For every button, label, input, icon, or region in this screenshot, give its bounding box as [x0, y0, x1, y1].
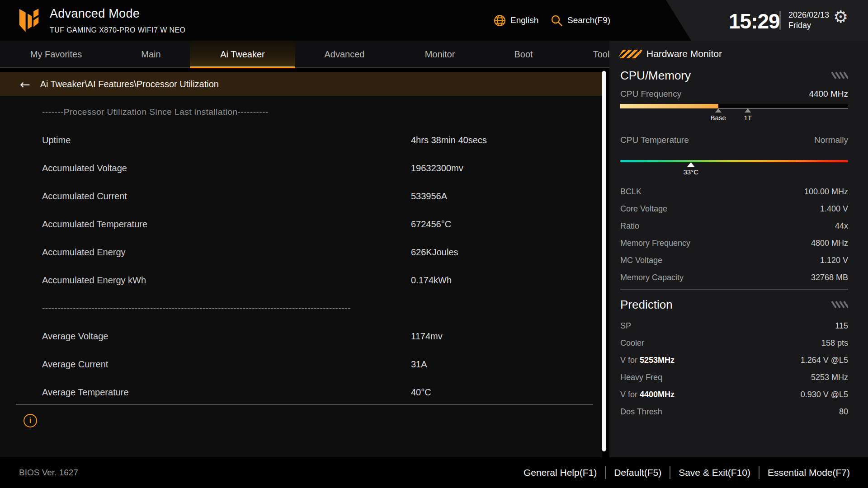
1t-marker-triangle-icon	[745, 108, 751, 113]
hardware-monitor-title: Hardware Monitor	[646, 48, 722, 59]
main-scrollbar[interactable]	[602, 71, 606, 451]
base-marker-label: Base	[711, 114, 726, 122]
date-value: 2026/02/13	[788, 10, 829, 20]
tab-main[interactable]: Main	[106, 41, 196, 68]
stat-row-acc-voltage: Accumulated Voltage 19632300mv	[0, 154, 602, 182]
stat-label: Average Temperature	[42, 387, 129, 398]
tab-monitor[interactable]: Monitor	[395, 41, 485, 68]
bios-version: BIOS Ver. 1627	[19, 468, 78, 478]
row-mc-voltage: MC Voltage 1.120 V	[620, 252, 848, 269]
hazard-stripes-icon	[618, 50, 643, 58]
back-arrow-icon[interactable]: ←	[20, 78, 30, 90]
clock-separator	[779, 11, 781, 30]
cpu-memory-stats: BCLK 100.00 MHz Core Voltage 1.400 V Rat…	[620, 183, 848, 286]
hardware-monitor-sidebar: Hardware Monitor CPU/Memory CPU Frequenc…	[609, 41, 868, 457]
search-button[interactable]: Search(F9)	[551, 0, 610, 41]
row-memory-capacity: Memory Capacity 32768 MB	[620, 269, 848, 286]
tab-tool[interactable]: Tool	[557, 41, 609, 68]
row-value: 4800 MHz	[811, 239, 848, 248]
search-icon	[551, 14, 563, 27]
footer-separator	[759, 466, 760, 479]
stat-label: Average Voltage	[42, 331, 108, 342]
section-stripes-icon	[830, 300, 848, 309]
stat-value: 40°C	[411, 387, 431, 398]
row-label: Cooler	[620, 338, 644, 348]
general-help-button[interactable]: General Help(F1)	[524, 467, 597, 478]
date-block: 2026/02/13 Friday	[788, 10, 829, 31]
stat-label: Average Current	[42, 359, 108, 370]
cpu-frequency-markers: Base 1T	[620, 108, 848, 124]
tab-label: Boot	[514, 49, 533, 60]
stat-row-uptime: Uptime 4hrs 38min 40secs	[0, 126, 602, 154]
1t-marker-label: 1T	[744, 114, 752, 122]
default-button[interactable]: Default(F5)	[614, 467, 661, 478]
globe-icon	[494, 14, 506, 27]
stat-label: Accumulated Temperature	[42, 219, 147, 230]
footer-actions: General Help(F1) Default(F5) Save & Exit…	[524, 466, 850, 479]
stat-row-avg-current: Average Current 31A	[0, 350, 602, 378]
info-glyph: i	[29, 417, 31, 425]
row-label: Memory Frequency	[620, 239, 690, 248]
row-heavy-freq: Heavy Freq 5253 MHz	[620, 369, 848, 386]
row-cooler: Cooler 158 pts	[620, 334, 848, 352]
essential-mode-button[interactable]: Essential Mode(F7)	[768, 467, 850, 478]
prediction-section-head: Prediction	[620, 297, 848, 312]
cpu-temperature-value: Normally	[814, 135, 848, 145]
save-exit-button[interactable]: Save & Exit(F10)	[679, 467, 750, 478]
stat-value: 19632300mv	[411, 163, 463, 174]
tab-label: Ai Tweaker	[220, 49, 265, 60]
row-v-for-5253: V for 5253MHz 1.264 V @L5	[620, 352, 848, 369]
row-bclk: BCLK 100.00 MHz	[620, 183, 848, 200]
row-label: BCLK	[620, 187, 642, 197]
row-value: 44x	[835, 221, 848, 231]
breadcrumb-bar: ← Ai Tweaker\AI Features\Processor Utili…	[0, 72, 602, 96]
gear-icon[interactable]: ⚙	[833, 7, 848, 27]
language-label: English	[510, 15, 538, 25]
tab-advanced[interactable]: Advanced	[299, 41, 390, 68]
stat-value: 31A	[411, 359, 427, 370]
cpu-frequency-bar	[620, 104, 848, 108]
hardware-monitor-header: Hardware Monitor	[620, 47, 848, 61]
info-icon[interactable]: i	[24, 414, 37, 427]
section-header: -------Processor Utilization Since Last …	[42, 107, 269, 117]
tab-label: Monitor	[425, 49, 455, 60]
stat-row-acc-energy: Accumulated Energy 626KJoules	[0, 238, 602, 266]
row-value: 80	[839, 407, 848, 417]
row-memory-frequency: Memory Frequency 4800 MHz	[620, 235, 848, 252]
row-value: 5253 MHz	[811, 373, 848, 382]
stat-row-avg-temperature: Average Temperature 40°C	[0, 378, 602, 406]
cpu-frequency-bar-fill	[620, 104, 718, 108]
row-label: Core Voltage	[620, 204, 667, 214]
weekday-value: Friday	[788, 20, 829, 31]
row-dos-thresh: Dos Thresh 80	[620, 403, 848, 420]
temp-marker: 33°C	[683, 162, 698, 176]
stat-label: Uptime	[42, 135, 71, 145]
cpu-frequency-row: CPU Frequency 4400 MHz	[620, 89, 848, 99]
row-sp: SP 115	[620, 317, 848, 334]
board-name: TUF GAMING X870-PRO WIFI7 W NEO	[50, 26, 185, 34]
footer-separator	[670, 466, 670, 479]
bios-screen: Advanced Mode TUF GAMING X870-PRO WIFI7 …	[0, 0, 868, 488]
tab-my-favorites[interactable]: My Favorites	[11, 41, 101, 68]
row-label: MC Voltage	[620, 256, 662, 265]
tab-boot[interactable]: Boot	[478, 41, 569, 68]
clock-time: 15:29	[729, 9, 780, 33]
row-label: Ratio	[620, 221, 639, 231]
language-selector[interactable]: English	[494, 0, 538, 41]
row-label: Heavy Freq	[620, 373, 662, 382]
cpu-memory-section-head: CPU/Memory	[620, 68, 848, 83]
stat-value: 4hrs 38min 40secs	[411, 135, 487, 145]
row-ratio: Ratio 44x	[620, 217, 848, 235]
row-label: V for 5253MHz	[620, 356, 675, 365]
row-value: 115	[835, 321, 848, 331]
stat-label: Accumulated Energy	[42, 247, 126, 258]
temp-marker-triangle-icon	[687, 162, 694, 167]
cpu-memory-title: CPU/Memory	[620, 69, 691, 83]
tab-ai-tweaker[interactable]: Ai Tweaker	[190, 41, 295, 68]
stat-value: 626KJoules	[411, 247, 458, 258]
cpu-temperature-row: CPU Temperature Normally	[620, 135, 848, 145]
stat-label: Accumulated Current	[42, 191, 127, 202]
mode-title: Advanced Mode	[50, 7, 140, 21]
cpu-frequency-value: 4400 MHz	[809, 89, 848, 99]
breadcrumb-path: Ai Tweaker\AI Features\Processor Utiliza…	[40, 79, 219, 89]
